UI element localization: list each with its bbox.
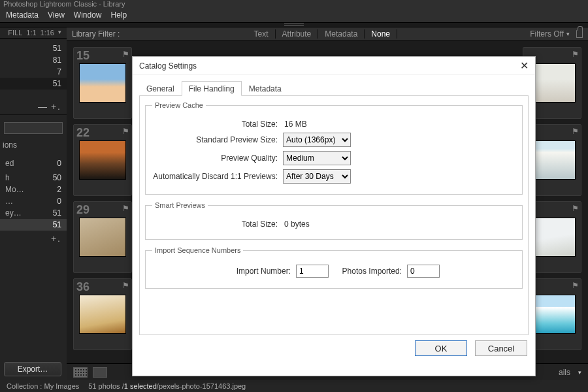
chevron-down-icon[interactable]: ▾ (578, 369, 581, 376)
loupe-view-button[interactable] (93, 367, 107, 378)
filter-none[interactable]: None (365, 29, 397, 39)
thumbnail-cell[interactable]: 29⚑ (73, 201, 132, 273)
plus-icon[interactable]: +. (51, 101, 61, 112)
left-panel: FILL 1:1 1:16 ▾ 51 81 7 51 — +. ions ed0… (0, 27, 67, 380)
chevron-down-icon[interactable]: ▾ (566, 31, 570, 37)
collection-row[interactable]: h50 (0, 172, 67, 184)
collection-row-selected[interactable]: 51 (0, 219, 67, 231)
count-row[interactable]: 7 (0, 66, 67, 78)
lock-icon[interactable] (576, 30, 583, 38)
collection-row[interactable]: …0 (0, 195, 67, 207)
chevron-down-icon[interactable]: ▾ (58, 29, 61, 37)
status-selected: 1 selected (124, 382, 157, 390)
close-icon[interactable]: ✕ (520, 59, 529, 72)
flag-icon[interactable]: ⚑ (122, 204, 129, 213)
count-row[interactable]: 51 (0, 78, 67, 90)
count-row[interactable]: 81 (0, 54, 67, 66)
status-bar: Collection : My Images 51 photos / 1 sel… (0, 380, 588, 392)
zoom-1-1[interactable]: 1:1 (26, 29, 36, 37)
import-number-label: Import Number: (152, 267, 296, 276)
flag-icon[interactable]: ⚑ (572, 127, 579, 136)
toolbar-label: ails (559, 368, 570, 377)
filter-attribute[interactable]: Attribute (276, 29, 319, 39)
smart-previews-group: Smart Previews Total Size: 0 bytes (145, 201, 523, 240)
thumbnail-cell[interactable]: 15⚑ (73, 47, 132, 119)
discard-previews-select[interactable]: After 30 Days (283, 169, 351, 184)
flag-icon[interactable]: ⚑ (572, 204, 579, 213)
filters-off[interactable]: Filters Off (530, 29, 564, 39)
zoom-fill[interactable]: FILL (8, 29, 22, 37)
preview-quality-label: Preview Quality: (152, 154, 283, 163)
menu-view[interactable]: View (43, 10, 69, 20)
filter-label: Library Filter : (72, 29, 120, 39)
status-collection: Collection : My Images (7, 382, 79, 390)
tab-metadata[interactable]: Metadata (242, 81, 289, 96)
photos-imported-label: Photos Imported: (329, 267, 407, 276)
import-sequence-legend: Import Sequence Numbers (152, 246, 243, 254)
catalog-settings-dialog: Catalog Settings ✕ General File Handling… (132, 56, 536, 376)
discard-previews-label: Automatically Discard 1:1 Previews: (152, 172, 283, 181)
thumbnail-cell[interactable]: 36⚑ (73, 278, 132, 350)
menu-metadata[interactable]: Metadata (1, 10, 43, 20)
status-count: 51 photos / (88, 382, 123, 390)
library-filter-bar: Library Filter : Text Attribute Metadata… (67, 27, 588, 41)
status-path: /pexels-photo-1571463.jpeg (157, 382, 246, 390)
catalog-counts: 51 81 7 51 (0, 39, 67, 90)
photos-imported-input[interactable] (407, 265, 440, 278)
dialog-title: Catalog Settings (139, 61, 197, 71)
flag-icon[interactable]: ⚑ (122, 281, 129, 290)
import-sequence-group: Import Sequence Numbers Import Number: P… (145, 246, 523, 289)
collections-panel-controls: +. (0, 231, 67, 246)
minus-icon[interactable]: — (38, 101, 48, 112)
folders-panel-controls: — +. (0, 99, 67, 114)
app-title: Photoshop Lightroom Classic - Library (0, 0, 588, 8)
menu-window[interactable]: Window (69, 10, 106, 20)
total-size-value: 16 MB (283, 120, 307, 129)
flag-icon[interactable]: ⚑ (572, 281, 579, 290)
flag-icon[interactable]: ⚑ (572, 50, 579, 59)
ok-button[interactable]: OK (415, 340, 467, 356)
zoom-ratio[interactable]: 1:16 (41, 29, 54, 37)
filter-text[interactable]: Text (248, 29, 276, 39)
tab-panel: Preview Cache Total Size: 16 MB Standard… (139, 95, 529, 335)
filter-metadata[interactable]: Metadata (318, 29, 365, 39)
smart-total-size-value: 0 bytes (283, 220, 310, 229)
preview-cache-legend: Preview Cache (152, 101, 206, 109)
collection-row[interactable]: Mo…2 (0, 184, 67, 195)
smart-total-size-label: Total Size: (152, 220, 283, 229)
panel-handle-icon[interactable] (284, 24, 304, 25)
standard-preview-label: Standard Preview Size: (152, 135, 283, 144)
collection-row[interactable]: ey…51 (0, 207, 67, 219)
count-row[interactable]: 51 (0, 42, 67, 54)
tab-general[interactable]: General (139, 81, 182, 96)
export-button[interactable]: Export… (4, 362, 61, 376)
import-number-input[interactable] (296, 265, 329, 278)
standard-preview-select[interactable]: Auto (1366px) (283, 133, 351, 147)
plus-icon[interactable]: +. (51, 233, 61, 244)
collection-row[interactable]: ed0 (0, 157, 67, 169)
menu-help[interactable]: Help (106, 10, 132, 20)
thumbnail-cell[interactable]: 22⚑ (73, 124, 132, 196)
grid-view-button[interactable] (73, 367, 88, 378)
menubar: Metadata View Window Help (0, 8, 588, 22)
flag-icon[interactable]: ⚑ (122, 127, 129, 136)
total-size-label: Total Size: (152, 120, 283, 129)
tab-file-handling[interactable]: File Handling (182, 81, 242, 96)
cancel-button[interactable]: Cancel (475, 340, 527, 356)
folder-search-input[interactable] (4, 122, 63, 134)
flag-icon[interactable]: ⚑ (122, 50, 129, 59)
dialog-tabs: General File Handling Metadata (139, 80, 529, 96)
navigator-zoom: FILL 1:1 1:16 ▾ (0, 27, 67, 39)
smart-previews-legend: Smart Previews (152, 201, 208, 209)
preview-cache-group: Preview Cache Total Size: 16 MB Standard… (145, 101, 523, 195)
collections-header[interactable]: ions (0, 137, 67, 154)
preview-quality-select[interactable]: Medium (283, 151, 351, 165)
